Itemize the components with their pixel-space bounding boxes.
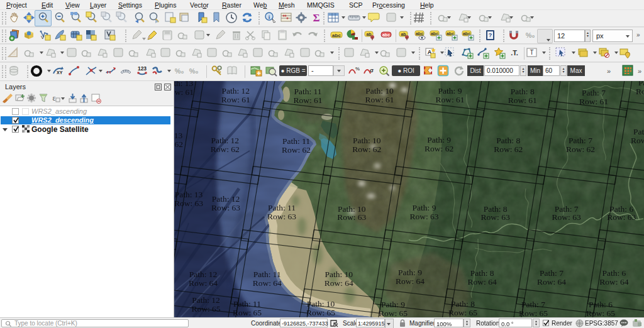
svg-text:Path: 8Row: 63: Path: 8Row: 63 [481, 204, 510, 222]
svg-text:Path: 8Row: 65: Path: 8Row: 65 [448, 299, 477, 317]
svg-text:Path: 8Row: 64: Path: 8Row: 64 [468, 268, 497, 287]
svg-text:ab: ab [401, 32, 406, 36]
svg-text:Path: 12Row: 61: Path: 12Row: 61 [221, 86, 250, 104]
svg-text:Path: 9Row: 61: Path: 9Row: 61 [435, 86, 464, 104]
svg-text:%: % [355, 66, 360, 72]
svg-text:Path: 13Row: 63: Path: 13Row: 63 [174, 190, 203, 208]
svg-text:abc: abc [332, 33, 341, 38]
svg-text:Path: 10Row: 63: Path: 10Row: 63 [337, 204, 366, 222]
svg-text:Path: 13Row: 61: Path: 13Row: 61 [174, 81, 194, 97]
svg-text:Path: 11Row: 64: Path: 11Row: 64 [253, 270, 282, 288]
svg-text:Path: 10Row: 65: Path: 10Row: 65 [306, 299, 335, 317]
svg-text:Path: 11Row: 65: Path: 11Row: 65 [233, 299, 262, 317]
svg-text:Path: 6Row: 65: Path: 6Row: 65 [586, 300, 615, 317]
svg-text:Path: 10Row: 64: Path: 10Row: 64 [325, 270, 353, 288]
svg-text:Path: 10Row: 62: Path: 10Row: 62 [352, 136, 381, 154]
svg-text:123: 123 [138, 65, 147, 72]
svg-text:Path: 11Row: 61: Path: 11Row: 61 [293, 87, 322, 105]
svg-text:Path: 6Row: 62: Path: 6Row: 62 [631, 127, 644, 145]
svg-text:T: T [530, 49, 533, 56]
svg-text:%₀: %₀ [175, 67, 184, 75]
svg-text:σ: σ [370, 67, 374, 74]
svg-text:abc: abc [447, 31, 454, 36]
svg-text:Path: 9Row: 65: Path: 9Row: 65 [379, 300, 408, 317]
svg-text:abc: abc [382, 33, 390, 37]
svg-text:Path: 7Row: 61: Path: 7Row: 61 [579, 88, 608, 106]
svg-text:abc: abc [431, 31, 438, 36]
svg-text:Path: 6Row: 63: Path: 6Row: 63 [607, 204, 636, 222]
svg-text:%₀: %₀ [189, 67, 199, 75]
svg-text:Path: 7Row: 64: Path: 7Row: 64 [537, 268, 566, 287]
svg-text:Path: 8Row: 62: Path: 8Row: 62 [494, 136, 523, 154]
svg-text:V: V [41, 35, 45, 40]
svg-text:Path: 12Row: 64: Path: 12Row: 64 [189, 270, 218, 288]
svg-text:Path: 8Row: 61: Path: 8Row: 61 [508, 87, 537, 105]
svg-text:Path: 12Row: 62: Path: 12Row: 62 [211, 136, 240, 154]
svg-text:Path: 12Row: 65: Path: 12Row: 65 [191, 295, 220, 314]
svg-text:Path: 11Row: 62: Path: 11Row: 62 [282, 136, 311, 155]
svg-text:Path: 9Row: 64: Path: 9Row: 64 [396, 268, 425, 286]
svg-text:ε: ε [52, 94, 55, 102]
svg-text:?: ? [489, 32, 492, 38]
svg-text:Path: 7Row: 62: Path: 7Row: 62 [566, 136, 595, 154]
svg-text:Path: 9Row: 63: Path: 9Row: 63 [409, 203, 438, 221]
svg-text:abc: abc [416, 31, 423, 36]
svg-text:Path: 9Row: 62: Path: 9Row: 62 [425, 135, 453, 153]
svg-text:.T.: .T. [511, 49, 518, 57]
svg-text:Path: 12Row: 63: Path: 12Row: 63 [211, 194, 240, 212]
svg-text:Path: 7Row: 65: Path: 7Row: 65 [519, 300, 548, 317]
svg-text:Path: 11Row: 63: Path: 11Row: 63 [267, 203, 296, 221]
svg-text:abc: abc [463, 31, 470, 36]
svg-text:Path: 13Row: 62: Path: 13Row: 62 [174, 131, 183, 149]
svg-text:%₀: %₀ [526, 31, 535, 39]
svg-text:Path: 7Row: 63: Path: 7Row: 63 [552, 204, 581, 222]
svg-text:Σ: Σ [313, 12, 319, 24]
svg-text:Path: 10Row: 61: Path: 10Row: 61 [365, 86, 394, 104]
svg-text:ab: ab [366, 32, 371, 36]
svg-text:XY: XY [57, 70, 63, 75]
svg-text:Path: 6Row: 64: Path: 6Row: 64 [599, 268, 628, 287]
